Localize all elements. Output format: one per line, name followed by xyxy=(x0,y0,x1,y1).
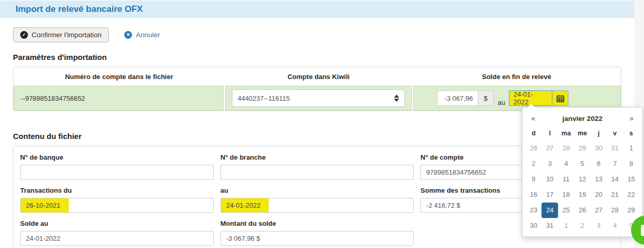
calendar-day[interactable]: 1 xyxy=(558,218,574,234)
transactions-from-input[interactable]: 26-10-2021 xyxy=(20,198,214,213)
calendar-day[interactable]: 26 xyxy=(525,141,541,156)
calendar-day[interactable]: 2 xyxy=(574,218,590,234)
calendar-day-names: dlmamejvs xyxy=(525,126,639,141)
cancel-link[interactable]: ✕ Annuler xyxy=(124,31,160,39)
page-header: Import de relevé bancaire OFX xyxy=(0,0,634,18)
balance-amount-input[interactable]: -3 067,96 xyxy=(437,90,478,106)
calendar-day[interactable]: 23 xyxy=(525,203,541,218)
calendar-day-name: j xyxy=(591,130,607,137)
calendar-day[interactable]: 1 xyxy=(623,141,639,156)
calendar-day[interactable]: 3 xyxy=(591,218,607,234)
import-params-heading: Paramètres d'importation xyxy=(13,53,621,61)
branch-number-label: N° de branche xyxy=(221,153,414,161)
calendar-day[interactable]: 28 xyxy=(558,141,574,156)
calendar-day[interactable]: 2 xyxy=(525,156,541,172)
transactions-from-label: Transactions du xyxy=(20,187,214,194)
confirm-import-button[interactable]: ✓ Confirmer l'importation xyxy=(13,27,109,42)
transactions-sum-value: -2 416,72 $ xyxy=(426,202,460,209)
field-transactions-from: Transactions du 26-10-2021 xyxy=(20,187,214,213)
calendar-day[interactable]: 11 xyxy=(558,172,574,187)
field-transactions-to: au 24-01-2022 xyxy=(221,187,414,213)
calendar-day[interactable]: 31 xyxy=(607,141,623,156)
calendar-day[interactable]: 19 xyxy=(574,187,590,203)
calendar-day[interactable]: 29 xyxy=(623,203,639,218)
kiwili-account-value: 4440237--116115 xyxy=(238,95,290,102)
balance-date-value: 24-01-2022 xyxy=(26,235,61,242)
datepicker-month-title[interactable]: janvier 2022 xyxy=(541,115,624,122)
calendar-toggle-button[interactable] xyxy=(552,90,568,106)
prev-month-button[interactable]: « xyxy=(525,114,541,122)
calendar-day-name: v xyxy=(607,130,623,137)
chat-icon xyxy=(641,225,644,236)
balance-amount-field-input[interactable]: -3 067,96 $ xyxy=(221,231,414,246)
calendar-day[interactable]: 27 xyxy=(591,203,607,218)
balance-amount-label: Montant du solde xyxy=(221,220,414,227)
calendar-day[interactable]: 6 xyxy=(591,156,607,172)
calendar-day[interactable]: 28 xyxy=(607,203,623,218)
calendar-grid: 2627282930311234567891011121314151617181… xyxy=(525,141,639,234)
calendar-day[interactable]: 4 xyxy=(558,156,574,172)
column-header-account-in-file: Numéro de compte dans le fichier xyxy=(13,73,225,81)
field-balance-date: Solde au 24-01-2022 xyxy=(20,220,214,246)
calendar-day[interactable]: 9 xyxy=(525,172,541,187)
kiwili-account-cell: 4440237--116115 xyxy=(225,86,412,111)
calendar-day[interactable]: 27 xyxy=(541,141,558,156)
transactions-to-label: au xyxy=(221,187,414,194)
au-label: au xyxy=(498,99,505,106)
balance-date-field-input[interactable]: 24-01-2022 xyxy=(20,231,214,246)
calendar-day[interactable]: 8 xyxy=(623,156,639,172)
confirm-import-label: Confirmer l'importation xyxy=(32,31,101,39)
calendar-day-name: l xyxy=(541,130,558,137)
bank-number-label: N° de banque xyxy=(20,153,214,161)
transactions-to-value: 24-01-2022 xyxy=(221,198,269,212)
calendar-day[interactable]: 26 xyxy=(574,203,590,218)
calendar-day[interactable]: 30 xyxy=(525,218,541,234)
check-circle-icon: ✓ xyxy=(20,31,28,39)
x-circle-icon: ✕ xyxy=(124,31,132,39)
calendar-week-row: 16171819202122 xyxy=(525,187,639,203)
calendar-week-row: 2627282930311 xyxy=(525,141,639,156)
calendar-week-row: 2345678 xyxy=(525,156,639,172)
calendar-day[interactable]: 10 xyxy=(541,172,558,187)
account-number-value: 9789851834756652 xyxy=(426,168,486,176)
calendar-day-selected[interactable]: 24 xyxy=(541,203,558,218)
datepicker-header: « janvier 2022 » xyxy=(525,111,639,126)
calendar-day[interactable]: 22 xyxy=(623,187,639,203)
calendar-day[interactable]: 4 xyxy=(607,218,623,234)
calendar-day[interactable]: 21 xyxy=(607,187,623,203)
calendar-day-name: ma xyxy=(558,130,574,137)
calendar-day[interactable]: 31 xyxy=(541,218,558,234)
calendar-week-row: 23242526272829 xyxy=(525,203,639,218)
calendar-day[interactable]: 29 xyxy=(574,141,590,156)
calendar-day[interactable]: 5 xyxy=(574,156,590,172)
calendar-week-row: 9101112131415 xyxy=(525,172,639,187)
bank-number-input[interactable] xyxy=(20,165,214,180)
calendar-day[interactable]: 20 xyxy=(591,187,607,203)
calendar-icon xyxy=(557,95,564,102)
calendar-day[interactable]: 16 xyxy=(525,187,541,203)
table-header-row: Numéro de compte dans le fichier Compte … xyxy=(13,67,621,86)
calendar-day[interactable]: 14 xyxy=(607,172,623,187)
calendar-day[interactable]: 30 xyxy=(591,141,607,156)
calendar-day[interactable]: 18 xyxy=(558,187,574,203)
branch-number-input[interactable] xyxy=(221,165,414,180)
calendar-day[interactable]: 3 xyxy=(541,156,558,172)
calendar-day[interactable]: 13 xyxy=(591,172,607,187)
calendar-day[interactable]: 25 xyxy=(558,203,574,218)
currency-addon: $ xyxy=(478,90,494,106)
toolbar: ✓ Confirmer l'importation ✕ Annuler xyxy=(13,27,621,42)
datepicker-popup: « janvier 2022 » dlmamejvs 2627282930311… xyxy=(522,107,643,237)
kiwili-account-select[interactable]: 4440237--116115 xyxy=(232,89,405,107)
transactions-to-input[interactable]: 24-01-2022 xyxy=(221,198,414,213)
column-header-statement-balance: Solde en fin de relevé xyxy=(413,73,621,81)
calendar-day[interactable]: 17 xyxy=(541,187,558,203)
page-title: Import de relevé bancaire OFX xyxy=(16,4,143,14)
calendar-day[interactable]: 15 xyxy=(623,172,639,187)
calendar-day[interactable]: 7 xyxy=(607,156,623,172)
calendar-week-row: 303112345 xyxy=(525,218,639,234)
calendar-day[interactable]: 12 xyxy=(574,172,590,187)
column-header-kiwili-account: Compte dans Kiwili xyxy=(225,73,412,81)
select-arrows-icon xyxy=(394,95,399,102)
account-in-file-cell: --9789851834756652 xyxy=(13,86,224,111)
next-month-button[interactable]: » xyxy=(624,114,639,122)
